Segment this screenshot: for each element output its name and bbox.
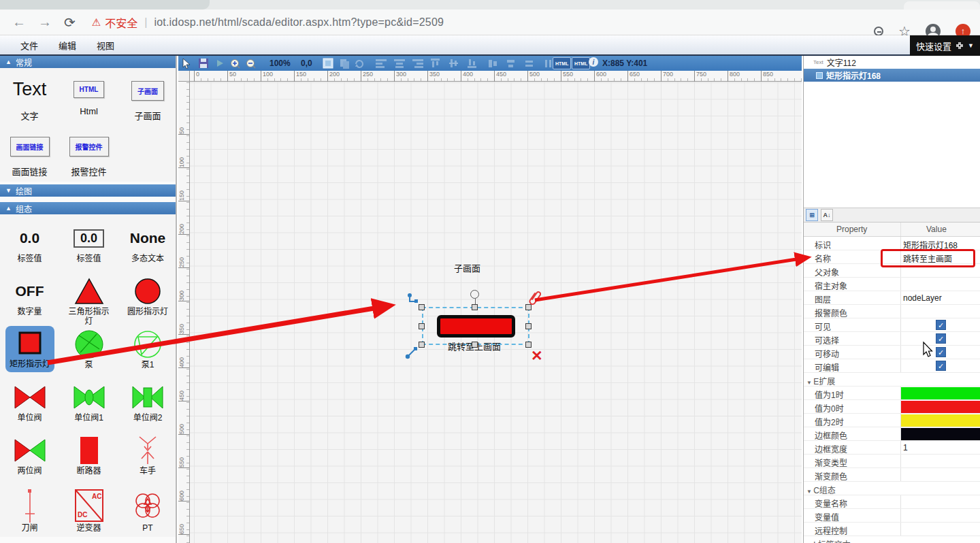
property-row[interactable]: 可选择✓ (804, 332, 980, 346)
palette-item-label-value-boxed[interactable]: 0.0 标签值 (59, 218, 118, 272)
canvas-grid[interactable]: 子画面 跳转至上画面 ✕ (190, 82, 802, 543)
palette-item-alarm-control[interactable]: 报警控件 报警控件 (59, 122, 118, 178)
palette-item-text[interactable]: Text 文字 (0, 73, 59, 122)
resize-handle-w[interactable] (419, 323, 425, 329)
object-tree-item-text[interactable]: Text 文字112 (804, 56, 980, 69)
forward-icon[interactable]: → (38, 14, 52, 30)
reload-icon[interactable]: ⟳ (64, 14, 76, 31)
align-left-icon[interactable] (376, 57, 387, 69)
palette-item-two-state-valve[interactable]: 两位阀 (0, 431, 59, 484)
palette-item-subscreen[interactable]: 子画面 子画面 (118, 73, 177, 122)
palette-item-digital-value[interactable]: OFF 数字量 (0, 272, 59, 325)
browser-secondary-tab[interactable] (904, 1, 980, 10)
property-row[interactable]: 报警颜色 (804, 305, 980, 318)
chevron-down-icon[interactable]: ▼ (968, 42, 974, 49)
property-value[interactable]: nodeLayer (900, 293, 979, 303)
attach-link-icon[interactable] (529, 290, 541, 308)
property-row[interactable]: 值为1时 (804, 386, 980, 400)
property-row[interactable]: 可见✓ (804, 318, 980, 332)
palette-item-valve[interactable]: 单位阀 (0, 378, 59, 431)
html-source-button[interactable]: HTML (553, 57, 571, 69)
zoom-out-icon[interactable] (246, 57, 256, 69)
quick-settings-button[interactable]: 快速设置 ▼ (910, 35, 980, 56)
subscreen-text-element[interactable]: 子画面 (454, 261, 480, 274)
palette-item-triangle-indicator[interactable]: 三角形指示灯 (59, 272, 118, 325)
zoom-out-page-icon[interactable] (874, 27, 883, 36)
section-header-general[interactable]: ▲常规 (0, 56, 176, 68)
section-header-drawing[interactable]: ▼绘图 (0, 184, 176, 197)
align-top-icon[interactable] (431, 57, 440, 69)
property-section-row[interactable]: L标签文本 (804, 536, 980, 543)
menu-view[interactable]: 视图 (97, 39, 114, 52)
checkbox[interactable]: ✓ (936, 320, 946, 330)
property-row[interactable]: 渐变类型 (804, 455, 980, 468)
pointer-tool-icon[interactable] (182, 57, 191, 69)
same-height-icon[interactable] (506, 57, 516, 69)
palette-item-pump[interactable]: 泵 (59, 325, 118, 378)
property-row[interactable]: 渐变颜色 (804, 468, 980, 482)
same-width-icon[interactable] (488, 57, 497, 69)
rect-indicator-element[interactable] (437, 315, 515, 338)
property-row[interactable]: 变量值 (804, 509, 980, 523)
menu-file[interactable]: 文件 (20, 39, 38, 52)
property-row[interactable]: 边框宽度1 (804, 441, 980, 455)
palette-item-knife-switch[interactable]: 刀闸 (0, 484, 59, 537)
palette-item-label-value[interactable]: 0.0 标签值 (0, 218, 59, 272)
color-swatch[interactable] (901, 401, 980, 413)
palette-item-valve2[interactable]: 单位阀2 (118, 378, 177, 431)
palette-item-valve1[interactable]: 单位阀1 (59, 378, 118, 431)
address-bar[interactable]: ⚠ 不安全 | iot.idosp.net/html/scada/editor.… (92, 14, 444, 31)
canvas-settings-icon[interactable] (323, 57, 333, 69)
property-row[interactable]: 可移动✓ (804, 346, 980, 359)
run-icon[interactable] (216, 57, 224, 69)
palette-item-pt[interactable]: PT (118, 484, 177, 537)
browser-active-tab[interactable] (0, 0, 210, 10)
property-section-row[interactable]: E扩展 (804, 373, 980, 386)
html-preview-button[interactable]: HTML (572, 57, 590, 69)
palette-item-breaker[interactable]: 断路器 (59, 431, 118, 484)
zoom-in-icon[interactable] (230, 57, 240, 69)
palette-item-rect-indicator[interactable]: 矩形指示灯 (0, 325, 59, 378)
palette-item-trolley[interactable]: 车手 (118, 431, 177, 484)
color-swatch[interactable] (901, 387, 980, 399)
align-right-icon[interactable] (412, 57, 423, 69)
connector-in-icon[interactable] (405, 346, 419, 362)
resize-handle-sw[interactable] (419, 342, 425, 348)
checkbox[interactable]: ✓ (936, 347, 946, 357)
rotation-handle[interactable] (470, 290, 479, 299)
object-tree-item-rect-indicator[interactable]: 矩形指示灯168 (804, 69, 980, 82)
palette-item-html[interactable]: HTML Html (59, 73, 118, 122)
categorized-view-icon[interactable]: ⊞ (806, 209, 818, 221)
resize-handle-n[interactable] (472, 304, 478, 310)
color-swatch[interactable] (901, 428, 980, 440)
property-row[interactable]: 变量名称 (804, 495, 980, 509)
property-row[interactable]: 远程控制 (804, 523, 980, 536)
palette-item-pump1[interactable]: 泵1 (118, 325, 177, 378)
align-middle-icon[interactable] (449, 57, 458, 69)
checkbox[interactable]: ✓ (936, 333, 946, 344)
property-value[interactable]: 1 (900, 443, 979, 452)
distribute-v-icon[interactable] (543, 57, 553, 69)
palette-item-circle-indicator[interactable]: 圆形指示灯 (118, 272, 177, 325)
property-row[interactable]: 边框颜色 (804, 427, 980, 441)
property-row[interactable]: 标识矩形指示灯168 (804, 237, 980, 250)
resize-handle-se[interactable] (525, 342, 532, 348)
distribute-h-icon[interactable] (525, 57, 534, 69)
align-bottom-icon[interactable] (468, 57, 476, 69)
property-section-row[interactable]: C组态 (804, 482, 980, 495)
save-icon[interactable] (199, 57, 208, 69)
rotate-icon[interactable] (354, 57, 364, 69)
delete-element-icon[interactable]: ✕ (531, 348, 543, 364)
palette-item-multistate-text[interactable]: None 多态文本 (118, 218, 177, 272)
resize-handle-e[interactable] (525, 323, 532, 329)
section-header-config[interactable]: ▲组态 (0, 202, 176, 214)
alphabetical-sort-icon[interactable]: A↓ (821, 209, 833, 221)
property-row[interactable]: 图层nodeLayer (804, 291, 980, 305)
align-center-icon[interactable] (394, 57, 405, 69)
checkbox[interactable]: ✓ (936, 361, 946, 371)
property-row[interactable]: 值为0时 (804, 400, 980, 414)
palette-item-screen-link[interactable]: 画面链接 画面链接 (0, 122, 59, 178)
menu-edit[interactable]: 编辑 (59, 39, 76, 52)
info-icon[interactable]: i (589, 57, 598, 67)
back-icon[interactable]: ← (12, 14, 26, 30)
